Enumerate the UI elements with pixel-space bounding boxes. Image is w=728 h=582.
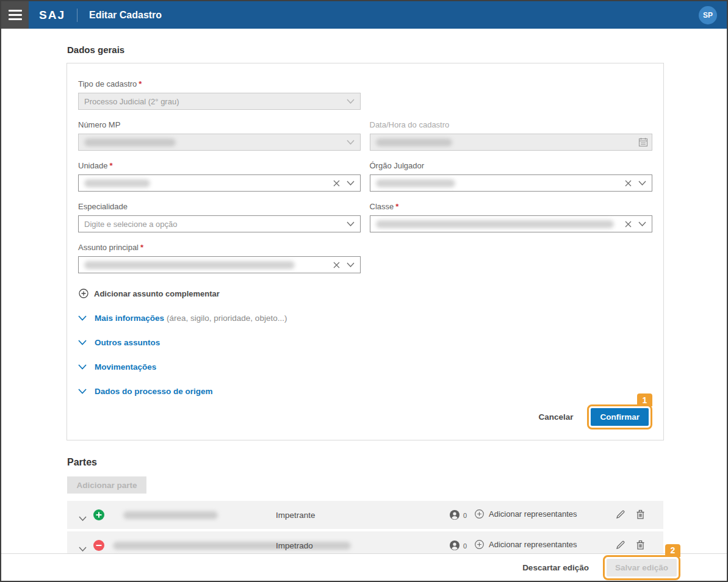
redacted-value — [84, 261, 295, 269]
clear-icon[interactable] — [625, 221, 632, 228]
chevron-down-icon[interactable] — [79, 512, 87, 523]
chevron-down-icon[interactable] — [347, 221, 355, 226]
cancel-button[interactable]: Cancelar — [538, 412, 573, 422]
especialidade-label: Especialidade — [78, 202, 361, 211]
redacted-value — [376, 138, 452, 146]
clear-icon[interactable] — [625, 180, 632, 187]
redacted-value — [376, 179, 455, 187]
tipo-cadastro-value: Processo Judicial (2° grau) — [84, 97, 179, 106]
section-outros-assuntos[interactable]: Outros assuntos — [78, 338, 652, 347]
data-hora-input — [370, 134, 653, 151]
dados-gerais-panel: Tipo de cadastro* Processo Judicial (2° … — [67, 63, 664, 440]
page-title: Editar Cadastro — [89, 10, 162, 21]
chevron-down-icon[interactable] — [638, 221, 646, 226]
add-assunto-complementar-label: Adicionar assunto complementar — [94, 289, 220, 298]
app-logo: SAJ — [39, 9, 65, 22]
partes-heading: Partes — [67, 457, 727, 468]
section-movimentacoes[interactable]: Movimentações — [78, 362, 652, 372]
confirm-highlight-ring: 1 Confirmar — [587, 404, 652, 429]
required-marker: * — [139, 79, 142, 88]
person-icon — [450, 510, 460, 522]
chevron-down-icon — [78, 340, 87, 345]
representatives-count: 0 — [463, 542, 467, 550]
minus-circle-red-icon — [93, 540, 104, 553]
plus-circle-icon — [475, 509, 484, 519]
redacted-value — [84, 138, 176, 146]
party-role-label: Impetrante — [276, 511, 315, 520]
unidade-label: Unidade* — [78, 161, 361, 170]
numero-mp-label: Número MP — [78, 120, 361, 129]
add-parte-button[interactable]: Adicionar parte — [67, 476, 146, 494]
required-marker: * — [140, 243, 143, 252]
redacted-party-name — [113, 542, 351, 550]
section-mais-informacoes[interactable]: Mais informações (área, sigilo, priorida… — [78, 314, 652, 323]
chevron-down-icon — [78, 315, 87, 321]
tipo-cadastro-label: Tipo de cadastro* — [78, 79, 361, 88]
add-representantes-link[interactable]: Adicionar representantes — [475, 540, 577, 549]
edit-pencil-icon[interactable] — [616, 509, 625, 522]
chevron-down-icon[interactable] — [347, 181, 355, 185]
bottom-action-bar: Descartar edição 2 Salvar edição — [1, 553, 727, 581]
chevron-down-icon[interactable] — [79, 543, 87, 554]
orgao-julgador-combobox[interactable] — [370, 174, 653, 192]
assunto-principal-combobox[interactable] — [78, 256, 361, 273]
chevron-down-icon — [347, 99, 355, 104]
clear-icon[interactable] — [333, 180, 340, 187]
calendar-icon — [638, 137, 648, 147]
classe-combobox[interactable] — [370, 215, 653, 232]
chevron-down-icon — [347, 140, 355, 145]
required-marker: * — [395, 202, 398, 211]
especialidade-combobox[interactable]: Digite e selecione a opção — [78, 215, 361, 232]
plus-circle-green-icon — [93, 509, 104, 523]
section-dados-processo-origem[interactable]: Dados do processo de origem — [78, 387, 652, 396]
app-header: SAJ Editar Cadastro SP — [1, 1, 727, 29]
main-content: Dados gerais Tipo de cadastro* Processo … — [1, 29, 727, 581]
chevron-down-icon — [78, 389, 87, 394]
plus-circle-icon — [475, 540, 484, 549]
unidade-combobox[interactable] — [78, 174, 361, 192]
classe-label: Classe* — [370, 202, 653, 211]
step-badge-1: 1 — [637, 393, 652, 406]
add-representantes-link[interactable]: Adicionar representantes — [475, 509, 577, 519]
orgao-julgador-label: Órgão Julgador — [370, 161, 653, 170]
chevron-down-icon[interactable] — [347, 262, 355, 267]
redacted-value — [84, 179, 150, 187]
confirm-button[interactable]: Confirmar — [591, 408, 649, 426]
dados-gerais-heading: Dados gerais — [67, 45, 727, 55]
delete-trash-icon[interactable] — [636, 540, 645, 552]
user-avatar[interactable]: SP — [699, 6, 717, 24]
save-highlight-ring: 2 Salvar edição — [603, 555, 680, 580]
especialidade-placeholder: Digite e selecione a opção — [84, 220, 178, 229]
chevron-down-icon[interactable] — [638, 181, 646, 185]
representatives-count: 0 — [463, 512, 467, 519]
save-edit-button[interactable]: Salvar edição — [607, 559, 677, 577]
hamburger-menu-icon[interactable] — [1, 1, 29, 29]
party-role-label: Impetrado — [276, 541, 313, 550]
topbar-divider — [77, 9, 77, 22]
step-badge-2: 2 — [665, 544, 680, 557]
edit-pencil-icon[interactable] — [616, 540, 625, 552]
tipo-cadastro-select: Processo Judicial (2° grau) — [78, 93, 361, 110]
top-bar: SAJ Editar Cadastro SP — [29, 1, 727, 29]
plus-circle-icon — [79, 289, 88, 298]
redacted-party-name — [123, 511, 218, 519]
data-hora-label: Data/Hora do cadastro — [370, 120, 653, 129]
add-assunto-complementar-link[interactable]: Adicionar assunto complementar — [79, 289, 652, 298]
delete-trash-icon[interactable] — [636, 509, 645, 522]
required-marker: * — [109, 161, 112, 170]
clear-icon[interactable] — [333, 262, 340, 268]
assunto-principal-label: Assunto principal* — [78, 243, 361, 252]
redacted-value — [376, 220, 614, 228]
person-icon — [450, 541, 460, 553]
chevron-down-icon — [78, 364, 87, 370]
numero-mp-select — [78, 134, 361, 151]
parte-row-impetrante: Impetrante 0 Adicionar representantes — [67, 501, 663, 529]
discard-edit-button[interactable]: Descartar edição — [522, 563, 589, 572]
